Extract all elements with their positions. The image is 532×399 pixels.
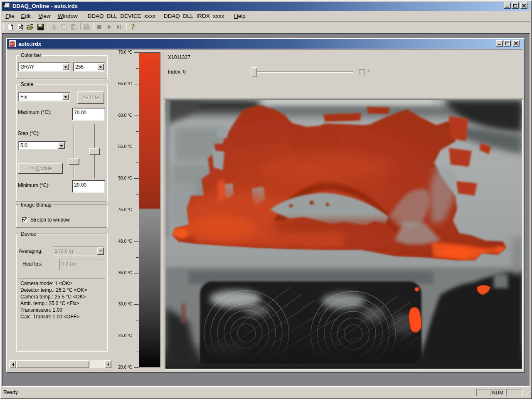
svg-text:?: ? xyxy=(131,23,135,30)
svg-text:1: 1 xyxy=(121,26,123,30)
svg-text:S: S xyxy=(19,25,22,30)
